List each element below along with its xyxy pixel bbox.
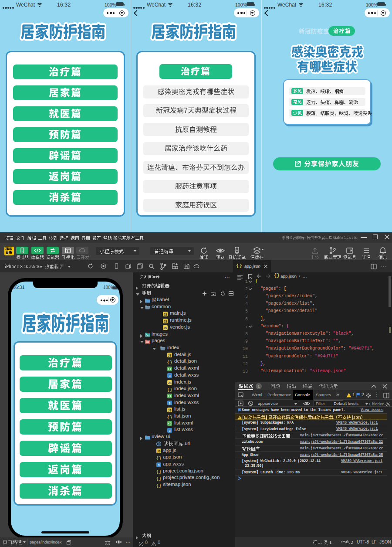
svg-text:JS: JS xyxy=(168,354,172,357)
svg-text:JS: JS xyxy=(168,408,172,411)
svg-text:3: 3 xyxy=(169,374,171,377)
svg-text:JS: JS xyxy=(168,381,172,384)
svg-text:JS: JS xyxy=(164,319,168,323)
svg-text:3: 3 xyxy=(169,429,171,432)
svg-text:3: 3 xyxy=(158,463,160,466)
svg-text:{ }: { } xyxy=(156,469,162,474)
svg-text:3: 3 xyxy=(169,402,171,405)
svg-text:{ }: { } xyxy=(167,415,172,420)
svg-text:JS: JS xyxy=(164,313,168,316)
svg-text:JS: JS xyxy=(157,450,161,453)
svg-text:{ }: { } xyxy=(167,360,172,365)
svg-text:{ }: { } xyxy=(156,456,162,461)
svg-text:{ }: { } xyxy=(156,483,162,488)
svg-text:JS: JS xyxy=(164,326,168,330)
svg-text:{ }: { } xyxy=(167,387,172,392)
svg-text:{ }: { } xyxy=(156,476,162,481)
